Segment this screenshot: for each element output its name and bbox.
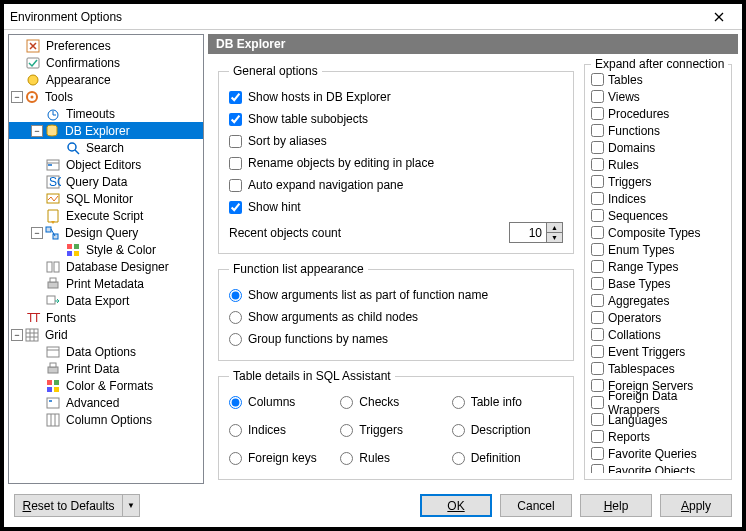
query-data-icon: SQL xyxy=(45,174,61,190)
tree-item-db-explorer[interactable]: − DB Explorer xyxy=(9,122,203,139)
svg-rect-33 xyxy=(26,329,38,341)
tree-item-fonts[interactable]: TT Fonts xyxy=(9,309,203,326)
settings-panel: DB Explorer General options Show hosts i… xyxy=(208,34,738,484)
expand-item[interactable]: Foreign Data Wrappers xyxy=(591,394,725,411)
expand-item[interactable]: Favorite Queries xyxy=(591,445,725,462)
expand-item[interactable]: Favorite Objects xyxy=(591,462,725,473)
tree-item-print-data[interactable]: Print Data xyxy=(9,360,203,377)
collapse-icon[interactable]: − xyxy=(31,227,43,239)
spinner-down[interactable]: ▼ xyxy=(547,233,562,243)
svg-point-4 xyxy=(28,75,38,85)
tree-item-tools[interactable]: − Tools xyxy=(9,88,203,105)
details-definition-radio[interactable]: Definition xyxy=(452,447,563,469)
svg-text:T: T xyxy=(33,311,41,325)
tree-item-data-options[interactable]: Data Options xyxy=(9,343,203,360)
expand-item[interactable]: Sequences xyxy=(591,207,725,224)
tree-item-color-formats[interactable]: Color & Formats xyxy=(9,377,203,394)
expand-item[interactable]: Views xyxy=(591,88,725,105)
expand-item[interactable]: Event Triggers xyxy=(591,343,725,360)
show-hint-checkbox[interactable]: Show hint xyxy=(229,196,563,218)
titlebar: Environment Options xyxy=(4,4,742,30)
expand-item[interactable]: Base Types xyxy=(591,275,725,292)
tree-item-sql-monitor[interactable]: SQL Monitor xyxy=(9,190,203,207)
details-description-radio[interactable]: Description xyxy=(452,419,563,441)
expand-item[interactable]: Tables xyxy=(591,71,725,88)
details-foreign-keys-radio[interactable]: Foreign keys xyxy=(229,447,340,469)
svg-rect-28 xyxy=(48,282,58,288)
expand-item[interactable]: Collations xyxy=(591,326,725,343)
expand-item[interactable]: Operators xyxy=(591,309,725,326)
tree-item-print-metadata[interactable]: Print Metadata xyxy=(9,275,203,292)
fn-args-part-radio[interactable]: Show arguments list as part of function … xyxy=(229,284,563,306)
rename-in-place-checkbox[interactable]: Rename objects by editing in place xyxy=(229,152,563,174)
tree-item-style-color[interactable]: Style & Color xyxy=(9,241,203,258)
expand-item[interactable]: Range Types xyxy=(591,258,725,275)
expand-item[interactable]: Procedures xyxy=(591,105,725,122)
recent-objects-input[interactable] xyxy=(510,223,546,242)
apply-button[interactable]: Apply xyxy=(660,494,732,517)
expand-item[interactable]: Tablespaces xyxy=(591,360,725,377)
reset-defaults-dropdown[interactable]: ▼ xyxy=(122,494,140,517)
data-export-icon xyxy=(45,293,61,309)
nav-tree[interactable]: Preferences Confirmations Appearance − T… xyxy=(8,34,204,484)
table-details-legend: Table details in SQL Assistant xyxy=(229,369,395,383)
tree-item-design-query[interactable]: − Design Query xyxy=(9,224,203,241)
expand-item[interactable]: Enum Types xyxy=(591,241,725,258)
tree-item-execute-script[interactable]: Execute Script xyxy=(9,207,203,224)
ok-button[interactable]: OK xyxy=(420,494,492,517)
reset-defaults-splitbutton[interactable]: Reset to Defaults ▼ xyxy=(14,494,140,517)
expand-item[interactable]: Reports xyxy=(591,428,725,445)
expand-item[interactable]: Triggers xyxy=(591,173,725,190)
help-button[interactable]: Help xyxy=(580,494,652,517)
tree-item-timeouts[interactable]: Timeouts xyxy=(9,105,203,122)
details-rules-radio[interactable]: Rules xyxy=(340,447,451,469)
tree-item-data-export[interactable]: Data Export xyxy=(9,292,203,309)
recent-objects-spinner[interactable]: ▲ ▼ xyxy=(509,222,563,243)
tree-item-column-options[interactable]: Column Options xyxy=(9,411,203,428)
tree-item-advanced[interactable]: Advanced xyxy=(9,394,203,411)
details-indices-radio[interactable]: Indices xyxy=(229,419,340,441)
spinner-up[interactable]: ▲ xyxy=(547,223,562,233)
expand-item[interactable]: Rules xyxy=(591,156,725,173)
tree-item-appearance[interactable]: Appearance xyxy=(9,71,203,88)
show-hosts-checkbox[interactable]: Show hosts in DB Explorer xyxy=(229,86,563,108)
expand-item[interactable]: Composite Types xyxy=(591,224,725,241)
reset-defaults-button[interactable]: Reset to Defaults xyxy=(14,494,122,517)
tree-item-preferences[interactable]: Preferences xyxy=(9,37,203,54)
collapse-icon[interactable]: − xyxy=(31,125,43,137)
function-list-legend: Function list appearance xyxy=(229,262,368,276)
collapse-icon[interactable]: − xyxy=(11,91,23,103)
expand-item[interactable]: Functions xyxy=(591,122,725,139)
details-table-info-radio[interactable]: Table info xyxy=(452,391,563,413)
tree-item-object-editors[interactable]: Object Editors xyxy=(9,156,203,173)
advanced-icon xyxy=(45,395,61,411)
sort-aliases-checkbox[interactable]: Sort by aliases xyxy=(229,130,563,152)
details-triggers-radio[interactable]: Triggers xyxy=(340,419,451,441)
expand-item[interactable]: Domains xyxy=(591,139,725,156)
cancel-button[interactable]: Cancel xyxy=(500,494,572,517)
database-designer-icon xyxy=(45,259,61,275)
tree-item-confirmations[interactable]: Confirmations xyxy=(9,54,203,71)
details-checks-radio[interactable]: Checks xyxy=(340,391,451,413)
tools-icon xyxy=(24,89,40,105)
svg-rect-29 xyxy=(50,278,56,282)
collapse-icon[interactable]: − xyxy=(11,329,23,341)
tree-item-search[interactable]: Search xyxy=(9,139,203,156)
expand-item[interactable]: Indices xyxy=(591,190,725,207)
tree-item-query-data[interactable]: SQL Query Data xyxy=(9,173,203,190)
close-button[interactable] xyxy=(704,7,734,27)
svg-rect-47 xyxy=(49,400,52,402)
fn-group-names-radio[interactable]: Group functions by names xyxy=(229,328,563,350)
table-details-group: Table details in SQL Assistant Columns C… xyxy=(218,369,574,480)
show-subobjects-checkbox[interactable]: Show table subobjects xyxy=(229,108,563,130)
svg-rect-24 xyxy=(67,251,72,256)
tree-item-grid[interactable]: − Grid xyxy=(9,326,203,343)
svg-rect-38 xyxy=(47,347,59,357)
auto-expand-checkbox[interactable]: Auto expand navigation pane xyxy=(229,174,563,196)
expand-item[interactable]: Aggregates xyxy=(591,292,725,309)
dialog-footer: Reset to Defaults ▼ OK Cancel Help Apply xyxy=(4,488,742,527)
fn-args-child-radio[interactable]: Show arguments as child nodes xyxy=(229,306,563,328)
details-columns-radio[interactable]: Columns xyxy=(229,391,340,413)
tree-item-database-designer[interactable]: Database Designer xyxy=(9,258,203,275)
expand-list[interactable]: TablesViewsProceduresFunctionsDomainsRul… xyxy=(591,71,725,473)
